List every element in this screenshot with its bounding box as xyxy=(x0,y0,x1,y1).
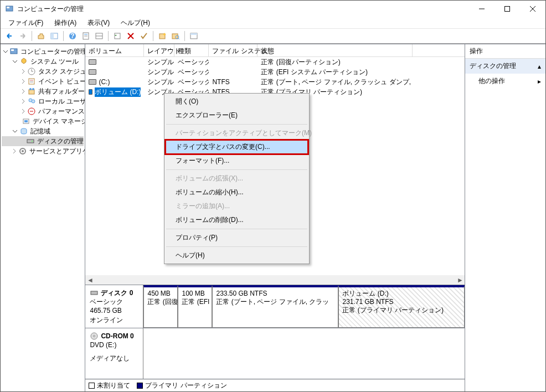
navigation-tree[interactable]: コンピューターの管理 (ローカル)システム ツールタスク スケジューライベント … xyxy=(1,44,85,391)
volume-table-header[interactable]: ボリュームレイアウト種類ファイル システム状態 xyxy=(85,44,465,57)
column-header[interactable]: 状態 xyxy=(257,44,413,56)
volume-type: ベーシック xyxy=(174,68,209,77)
disk-row: CD-ROM 0 DVD (E:) メディアなし xyxy=(85,328,465,379)
maximize-button[interactable] xyxy=(495,1,520,17)
partition-size: 450 MB xyxy=(147,290,174,298)
twister-expanded-icon[interactable] xyxy=(12,58,18,65)
tree-node-icon xyxy=(27,87,36,96)
twister-expanded-icon[interactable] xyxy=(12,128,18,135)
twister-collapsed-icon[interactable] xyxy=(20,68,26,75)
column-header[interactable]: ファイル システム xyxy=(209,44,257,56)
volume-icon xyxy=(89,89,92,95)
volume-table[interactable]: シンプルベーシック正常 (回復パーティション)シンプルベーシック正常 (EFI … xyxy=(85,57,465,97)
menu-separator xyxy=(166,229,307,229)
disk-panel: ディスク 0 ベーシック 465.75 GBオンライン 450 MB 正常 (回… xyxy=(85,285,465,379)
refresh-button[interactable] xyxy=(111,30,123,42)
column-header[interactable]: ボリューム xyxy=(85,44,144,56)
column-header[interactable]: レイアウト xyxy=(144,44,174,56)
tree-item[interactable]: デバイス マネージャー xyxy=(2,116,84,126)
menu-item[interactable]: 開く(O) xyxy=(166,95,308,109)
twister-collapsed-icon[interactable] xyxy=(20,98,26,105)
close-button[interactable] xyxy=(520,1,545,17)
volume-row[interactable]: (C:)シンプルベーシックNTFS正常 (ブート, ページ ファイル, クラッシ… xyxy=(85,77,465,87)
legend-primary-label: プライマリ パーティション xyxy=(145,381,226,389)
show-hide-tree-button[interactable] xyxy=(48,30,60,42)
tree-item[interactable]: システム ツール xyxy=(2,56,84,66)
tree-item[interactable]: サービスとアプリケーション xyxy=(2,146,84,156)
menu-action[interactable]: 操作(A) xyxy=(50,17,81,28)
twister-collapsed-icon[interactable] xyxy=(12,148,17,154)
layout-button[interactable] xyxy=(93,30,105,42)
menu-item[interactable]: ヘルプ(H) xyxy=(166,249,308,262)
svg-point-34 xyxy=(32,88,34,90)
check-button[interactable] xyxy=(138,30,150,42)
volume-type: ベーシック xyxy=(174,58,209,67)
volume-row[interactable]: シンプルベーシック正常 (EFI システム パーティション) xyxy=(85,67,465,77)
horizontal-scrollbar[interactable]: ◄ ► xyxy=(85,275,465,285)
tree-item[interactable]: パフォーマンス xyxy=(2,106,84,116)
help-button[interactable]: ? xyxy=(66,30,79,42)
menu-item: ボリュームの拡張(X)... xyxy=(166,172,308,185)
menu-separator xyxy=(166,169,307,170)
forward-button[interactable] xyxy=(17,30,29,42)
scroll-track[interactable] xyxy=(95,275,455,285)
menu-item[interactable]: プロパティ(P) xyxy=(166,231,308,245)
menu-item[interactable]: ボリュームの縮小(H)... xyxy=(166,185,308,199)
twister-expanded-icon[interactable] xyxy=(3,48,8,55)
menu-item[interactable]: エクスプローラー(E) xyxy=(166,109,308,122)
disk-type: DVD (E:) xyxy=(90,341,138,349)
minimize-button[interactable] xyxy=(469,1,495,17)
menu-view[interactable]: 表示(V) xyxy=(83,17,114,28)
partition[interactable]: 233.50 GB NTFS 正常 (ブート, ページ ファイル, クラッ xyxy=(212,285,338,328)
tree-item-label: タスク スケジューラ xyxy=(38,67,85,76)
menu-item[interactable]: ドライブ文字とパスの変更(C)... xyxy=(166,140,308,154)
toolbar-separator xyxy=(184,31,185,41)
up-button[interactable] xyxy=(35,30,47,42)
tree-item-label: 共有フォルダー xyxy=(38,87,85,96)
volume-status: 正常 (回復パーティション) xyxy=(257,58,413,67)
disk-info: ディスク 0 ベーシック 465.75 GBオンライン xyxy=(85,285,143,328)
properties-button[interactable] xyxy=(80,30,92,42)
twister-collapsed-icon[interactable] xyxy=(20,88,26,95)
column-header[interactable]: 種類 xyxy=(174,44,209,56)
tree-item[interactable]: 共有フォルダー xyxy=(2,86,84,96)
search-button[interactable] xyxy=(169,30,182,42)
actions-item-more[interactable]: 他の操作 ▸ xyxy=(465,74,545,89)
menu-file[interactable]: ファイル(F) xyxy=(4,17,48,28)
menu-help[interactable]: ヘルプ(H) xyxy=(116,17,154,28)
menu-item[interactable]: ボリュームの削除(D)... xyxy=(166,213,308,227)
tree-item[interactable]: 記憶域 xyxy=(2,126,84,136)
partition[interactable]: ボリューム (D:) 231.71 GB NTFS 正常 (プライマリ パーティ… xyxy=(338,285,465,328)
tree-item[interactable]: イベント ビューアー xyxy=(2,76,84,86)
disk-partitions xyxy=(143,328,465,379)
tree-item[interactable]: タスク スケジューラ xyxy=(2,66,84,76)
tree-item[interactable]: コンピューターの管理 (ローカル) xyxy=(2,47,84,56)
partition-size: 233.50 GB NTFS xyxy=(216,290,334,298)
actions-section[interactable]: ディスクの管理 ▴ xyxy=(465,58,545,74)
new-button[interactable] xyxy=(156,30,168,42)
volume-name: (C:) xyxy=(99,78,110,86)
scroll-right-button[interactable]: ► xyxy=(455,275,465,285)
volume-layout: シンプル xyxy=(144,58,174,67)
partition[interactable]: 450 MB 正常 (回復パ- xyxy=(143,285,178,328)
back-button[interactable] xyxy=(3,30,16,42)
volume-name: ボリューム (D:) xyxy=(95,87,141,97)
settings-button[interactable] xyxy=(188,30,200,42)
toolbar-separator xyxy=(32,31,32,41)
toolbar-separator xyxy=(63,31,64,41)
volume-icon xyxy=(89,59,96,65)
twister-collapsed-icon[interactable] xyxy=(20,78,26,85)
tree-item[interactable]: ローカル ユーザーとグループ xyxy=(2,96,84,106)
partition-size: 100 MB xyxy=(182,290,208,298)
partition[interactable]: 100 MB 正常 (EFI xyxy=(178,285,212,328)
disk-title: CD-ROM 0 xyxy=(101,332,133,341)
tree-item[interactable]: ディスクの管理 xyxy=(2,136,84,146)
tree-item-label: コンピューターの管理 (ローカル) xyxy=(20,47,85,56)
scroll-left-button[interactable]: ◄ xyxy=(85,275,95,285)
twister-collapsed-icon[interactable] xyxy=(20,108,26,115)
volume-row[interactable]: シンプルベーシック正常 (回復パーティション) xyxy=(85,57,465,67)
menu-item[interactable]: フォーマット(F)... xyxy=(166,154,308,168)
tree-node-icon xyxy=(9,47,18,56)
context-menu[interactable]: 開く(O)エクスプローラー(E)パーティションをアクティブとしてマーク(M)ドラ… xyxy=(164,93,310,264)
delete-button[interactable] xyxy=(125,30,137,42)
